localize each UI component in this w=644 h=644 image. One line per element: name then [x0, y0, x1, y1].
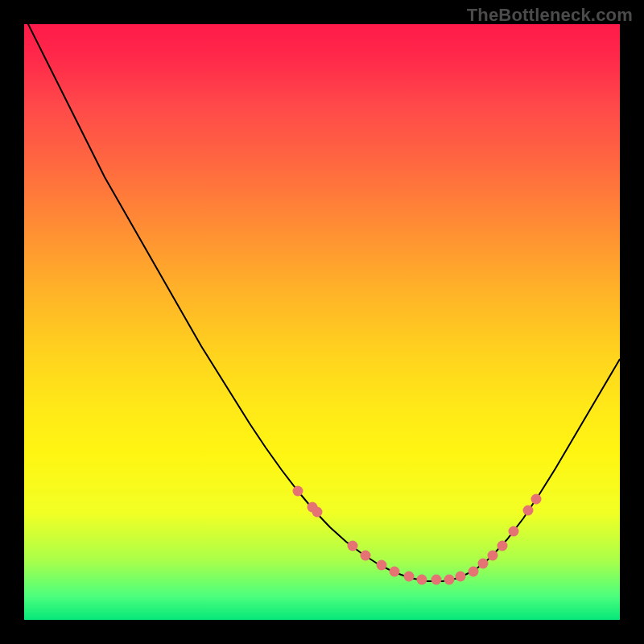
data-point: [523, 506, 534, 516]
watermark-text: TheBottleneck.com: [467, 5, 633, 26]
data-point: [348, 541, 358, 551]
data-point: [509, 526, 519, 537]
data-point: [456, 572, 466, 582]
data-point: [361, 551, 371, 561]
data-point: [469, 567, 479, 577]
data-points: [293, 486, 542, 585]
data-point: [312, 507, 323, 518]
data-point: [390, 567, 400, 577]
data-point: [417, 575, 427, 585]
data-point: [431, 575, 442, 585]
data-point: [377, 560, 387, 571]
curve-line: [24, 24, 620, 581]
data-point: [404, 572, 415, 582]
data-point: [293, 486, 303, 497]
data-point: [488, 551, 498, 561]
data-point: [444, 575, 455, 585]
chart-svg: [24, 24, 620, 620]
data-point: [478, 559, 489, 569]
data-point: [531, 494, 542, 505]
chart-container: TheBottleneck.com: [0, 0, 644, 644]
plot-area: [24, 24, 620, 620]
data-point: [497, 541, 508, 551]
